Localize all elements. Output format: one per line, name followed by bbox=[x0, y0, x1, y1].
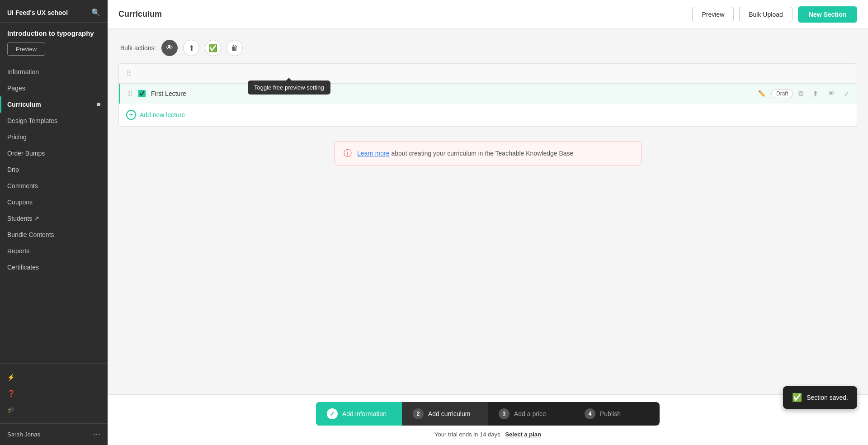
sidebar-item-label: Curriculum bbox=[7, 101, 41, 108]
bulk-actions-bar: Bulk actions: 👁 ⬆ ✅ 🗑 bbox=[118, 40, 857, 56]
trial-banner: Your trial ends in 14 days. Select a pla… bbox=[434, 431, 541, 438]
sidebar-item-students[interactable]: Students ↗ bbox=[0, 210, 108, 227]
check-circle-icon: ✅ bbox=[208, 44, 217, 52]
step-4-num: 4 bbox=[585, 408, 595, 419]
copy-icon[interactable]: ⧉ bbox=[798, 90, 803, 98]
check-icon[interactable]: ✓ bbox=[844, 90, 849, 98]
sidebar-item-label: Drip bbox=[7, 166, 19, 173]
sidebar-icon-graduation[interactable]: 🎓 bbox=[0, 402, 108, 418]
sidebar-header: UI Feed's UX school 🔍 bbox=[0, 0, 108, 23]
section-header: ⠿ bbox=[119, 64, 857, 84]
sidebar-icon-help[interactable]: ❓ bbox=[0, 385, 108, 402]
eye-icon: 👁 bbox=[166, 44, 173, 52]
toast-message: Section saved. bbox=[807, 394, 848, 401]
sidebar-item-label: Pages bbox=[7, 85, 25, 92]
lecture-actions: ⧉ ⬆ 👁 ✓ bbox=[798, 90, 849, 98]
learn-more-link[interactable]: Learn more bbox=[357, 150, 390, 157]
sidebar-item-label: Reports bbox=[7, 247, 29, 255]
progress-steps: ✓ Add information 2 Add curriculum 3 Add… bbox=[316, 402, 660, 426]
step-4-label: Publish bbox=[600, 410, 621, 417]
sidebar-item-reports[interactable]: Reports bbox=[0, 243, 108, 259]
sidebar-item-label: Coupons bbox=[7, 199, 33, 206]
step-add-information[interactable]: ✓ Add information bbox=[316, 402, 402, 426]
lecture-title: First Lecture bbox=[151, 90, 753, 97]
topbar-actions: Preview Bulk Upload New Section bbox=[692, 6, 857, 23]
lecture-drag-handle[interactable]: ⠿ bbox=[127, 90, 133, 98]
course-info: Introduction to typography Preview bbox=[0, 23, 108, 60]
sidebar-item-label: Bundle Contents bbox=[7, 231, 54, 238]
content-area: Bulk actions: 👁 ⬆ ✅ 🗑 Toggle free previe… bbox=[108, 29, 868, 394]
sidebar-item-label: Certificates bbox=[7, 264, 39, 271]
bulk-preview-toggle-button[interactable]: 👁 bbox=[161, 40, 178, 56]
sidebar-item-label: Pricing bbox=[7, 133, 27, 141]
sidebar-item-curriculum[interactable]: Curriculum bbox=[0, 96, 108, 113]
toast-check-icon: ✅ bbox=[792, 393, 802, 402]
sidebar-item-coupons[interactable]: Coupons bbox=[0, 194, 108, 210]
course-preview-button[interactable]: Preview bbox=[7, 43, 45, 56]
graduation-icon: 🎓 bbox=[7, 406, 15, 413]
trash-icon: 🗑 bbox=[231, 44, 238, 52]
sidebar-item-certificates[interactable]: Certificates bbox=[0, 259, 108, 275]
sidebar-item-pages[interactable]: Pages bbox=[0, 80, 108, 96]
sidebar-item-drip[interactable]: Drip bbox=[0, 161, 108, 178]
new-section-button[interactable]: New Section bbox=[798, 6, 857, 23]
bulk-upload-button[interactable]: Bulk Upload bbox=[739, 7, 793, 22]
step-add-curriculum[interactable]: 2 Add curriculum bbox=[402, 402, 488, 426]
sidebar-item-label: Students ↗ bbox=[7, 215, 39, 222]
section-card: ⠿ ⠿ First Lecture ✏️ Draft ⧉ ⬆ 👁 ✓ + Add bbox=[118, 63, 857, 127]
sidebar: UI Feed's UX school 🔍 Introduction to ty… bbox=[0, 0, 108, 445]
step-3-label: Add a price bbox=[514, 410, 546, 417]
step-1-label: Add information bbox=[342, 410, 387, 417]
bulk-delete-icon-button[interactable]: 🗑 bbox=[226, 40, 243, 56]
drag-handle-icon[interactable]: ⠿ bbox=[126, 69, 132, 78]
sidebar-item-bundle-contents[interactable]: Bundle Contents bbox=[0, 227, 108, 243]
eye-icon[interactable]: 👁 bbox=[827, 90, 835, 98]
step-1-num: ✓ bbox=[327, 408, 338, 419]
search-icon[interactable]: 🔍 bbox=[91, 8, 100, 17]
lightning-icon: ⚡ bbox=[7, 374, 15, 381]
sidebar-item-order-bumps[interactable]: Order Bumps bbox=[0, 145, 108, 161]
sidebar-icon-lightning[interactable]: ⚡ bbox=[0, 369, 108, 385]
step-publish[interactable]: 4 Publish bbox=[574, 402, 660, 426]
sidebar-item-label: Design Templates bbox=[7, 117, 57, 124]
info-banner-text: Learn more about creating your curriculu… bbox=[357, 150, 573, 157]
info-banner: ⓘ Learn more about creating your curricu… bbox=[334, 141, 642, 166]
lecture-row: ⠿ First Lecture ✏️ Draft ⧉ ⬆ 👁 ✓ bbox=[119, 84, 857, 104]
more-icon[interactable]: ⋯ bbox=[93, 430, 100, 439]
info-icon: ⓘ bbox=[344, 148, 352, 159]
sidebar-footer: Sarah Jonas ⋯ bbox=[0, 423, 108, 445]
sidebar-item-label: Order Bumps bbox=[7, 150, 45, 157]
plus-circle-icon: + bbox=[126, 110, 136, 120]
lecture-checkbox[interactable] bbox=[138, 90, 146, 97]
sidebar-item-label: Comments bbox=[7, 182, 38, 189]
sidebar-nav: Information Pages Curriculum Design Temp… bbox=[0, 60, 108, 364]
lecture-edit-icon[interactable]: ✏️ bbox=[758, 90, 766, 97]
lecture-status-badge: Draft bbox=[771, 89, 793, 98]
step-2-num: 2 bbox=[413, 408, 424, 419]
curriculum-badge bbox=[97, 103, 100, 106]
step-2-label: Add curriculum bbox=[428, 410, 470, 417]
topbar: Curriculum Preview Bulk Upload New Secti… bbox=[108, 0, 868, 29]
bulk-publish-icon-button[interactable]: ✅ bbox=[205, 40, 221, 56]
main-area: Curriculum Preview Bulk Upload New Secti… bbox=[108, 0, 868, 445]
sidebar-item-pricing[interactable]: Pricing bbox=[0, 129, 108, 145]
step-add-price[interactable]: 3 Add a price bbox=[488, 402, 574, 426]
bulk-upload-icon-button[interactable]: ⬆ bbox=[183, 40, 199, 56]
select-plan-link[interactable]: Select a plan bbox=[505, 431, 541, 438]
page-title: Curriculum bbox=[118, 9, 162, 19]
preview-button[interactable]: Preview bbox=[692, 7, 734, 22]
bottom-bar: ✓ Add information 2 Add curriculum 3 Add… bbox=[108, 394, 868, 445]
add-new-lecture-button[interactable]: + Add new lecture bbox=[119, 104, 857, 126]
course-title: Introduction to typography bbox=[7, 29, 100, 38]
sidebar-item-label: Information bbox=[7, 68, 39, 76]
app-name: UI Feed's UX school bbox=[7, 9, 68, 16]
user-name: Sarah Jonas bbox=[7, 431, 40, 438]
sidebar-item-design-templates[interactable]: Design Templates bbox=[0, 113, 108, 129]
sidebar-item-information[interactable]: Information bbox=[0, 64, 108, 80]
upload-icon[interactable]: ⬆ bbox=[812, 90, 818, 98]
sidebar-item-comments[interactable]: Comments bbox=[0, 178, 108, 194]
step-3-num: 3 bbox=[499, 408, 509, 419]
toast-notification: ✅ Section saved. bbox=[783, 386, 857, 409]
help-icon: ❓ bbox=[7, 390, 15, 397]
bulk-actions-label: Bulk actions: bbox=[120, 44, 156, 52]
